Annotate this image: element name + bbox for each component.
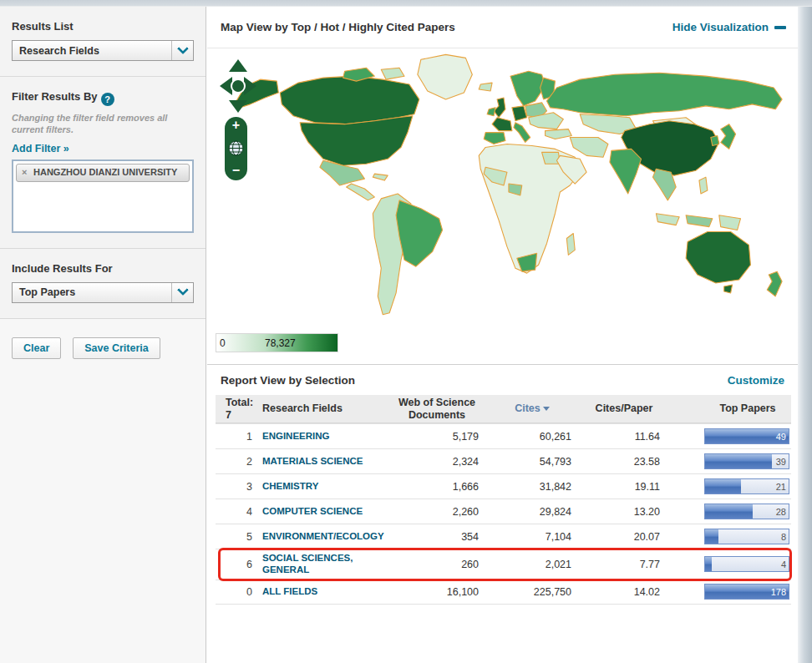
zoom-in-icon[interactable]: + — [232, 119, 240, 131]
wos-documents-value: 16,100 — [388, 586, 486, 598]
country-iceland[interactable] — [479, 83, 492, 91]
legend-min-value: 0 — [220, 337, 226, 349]
country-ireland[interactable] — [487, 108, 495, 116]
research-field-link[interactable]: ALL FIELDS — [262, 586, 388, 598]
research-field-link[interactable]: ENVIRONMENT/ECOLOGY — [262, 531, 388, 543]
active-filters-box[interactable]: × HANGZHOU DIANZI UNIVERSITY — [12, 159, 194, 233]
remove-filter-icon[interactable]: × — [22, 167, 27, 178]
table-row[interactable]: 4 COMPUTER SCIENCE 2,260 29,824 13.20 28 — [216, 499, 791, 524]
country-australia[interactable] — [686, 232, 750, 283]
country-indonesia-east[interactable] — [686, 215, 713, 227]
help-icon[interactable]: ? — [101, 93, 114, 106]
column-header-top-papers[interactable]: Top Papers — [704, 402, 791, 415]
vertical-scrollbar[interactable] — [798, 7, 812, 663]
scandinavia[interactable] — [510, 71, 546, 106]
top-papers-bar[interactable]: 21 — [704, 478, 789, 494]
top-papers-bar[interactable]: 178 — [704, 584, 789, 600]
country-korea[interactable] — [711, 136, 719, 146]
country-indonesia[interactable] — [656, 214, 679, 225]
top-papers-bar-cell: 28 — [704, 504, 791, 519]
country-spain[interactable] — [484, 133, 505, 144]
choropleth-world-map[interactable] — [212, 50, 792, 327]
country-turkey[interactable] — [546, 129, 572, 139]
top-papers-bar-cell: 4 — [704, 556, 791, 572]
map-view-header: Map View by Top / Hot / Highly Cited Pap… — [207, 7, 798, 48]
dropdown-button[interactable] — [171, 283, 193, 302]
wos-documents-value: 354 — [388, 531, 486, 543]
country-new-zealand[interactable] — [767, 271, 782, 296]
wos-documents-value: 2,324 — [388, 456, 486, 468]
country-brazil[interactable] — [396, 200, 443, 266]
top-papers-bar-cell: 8 — [704, 529, 791, 544]
research-field-link[interactable]: ENGINEERING — [262, 431, 388, 443]
top-papers-bar[interactable]: 49 — [704, 428, 789, 444]
country-germany[interactable] — [512, 106, 527, 121]
results-list-dropdown[interactable]: Research Fields — [12, 40, 194, 61]
cites-per-paper-value: 11.64 — [578, 431, 670, 443]
zoom-out-icon[interactable]: − — [232, 164, 240, 176]
new-guinea[interactable] — [719, 215, 741, 230]
research-field-link[interactable]: SOCIAL SCIENCES, GENERAL — [262, 553, 388, 576]
map-view-title: Map View by Top / Hot / Highly Cited Pap… — [221, 21, 455, 33]
country-italy[interactable] — [514, 123, 530, 143]
customize-link[interactable]: Customize — [728, 374, 784, 387]
research-field-link[interactable]: MATERIALS SCIENCE — [262, 456, 388, 468]
middle-east[interactable] — [570, 138, 608, 158]
column-header-cites-per-paper[interactable]: Cites/Paper — [578, 402, 670, 415]
country-cuba[interactable] — [373, 174, 388, 180]
table-row[interactable]: 3 CHEMISTRY 1,666 31,842 19.11 21 — [216, 473, 791, 499]
country-japan[interactable] — [721, 124, 736, 149]
save-criteria-button[interactable]: Save Criteria — [73, 337, 160, 359]
cites-value: 60,261 — [486, 431, 578, 443]
table-row[interactable]: 6 SOCIAL SCIENCES, GENERAL 260 2,021 7.7… — [216, 549, 791, 579]
total-label: Total: — [226, 397, 262, 409]
country-russia[interactable] — [547, 73, 783, 116]
column-header-research-fields[interactable]: Research Fields — [262, 402, 388, 415]
country-tasmania[interactable] — [724, 285, 733, 293]
add-filter-link[interactable]: Add Filter » — [12, 143, 69, 154]
cites-value: 225,750 — [486, 586, 578, 598]
map-zoom-control[interactable]: + − — [225, 117, 247, 180]
top-papers-value: 39 — [776, 457, 786, 467]
top-papers-bar[interactable]: 28 — [704, 504, 789, 519]
clear-button[interactable]: Clear — [12, 337, 61, 359]
country-philippines[interactable] — [699, 177, 708, 194]
country-france[interactable] — [492, 118, 512, 131]
filter-note: Changing the filter field removes all cu… — [12, 113, 194, 136]
results-list-section: Results List Research Fields — [0, 7, 206, 77]
dropdown-button[interactable] — [171, 41, 193, 60]
country-greenland[interactable] — [418, 54, 472, 99]
top-papers-bar[interactable]: 4 — [704, 556, 789, 572]
hide-visualization-label: Hide Visualization — [672, 21, 769, 33]
country-usa[interactable] — [300, 116, 413, 165]
results-list-title: Results List — [12, 20, 194, 33]
map-pan-control[interactable] — [219, 58, 257, 114]
central-america[interactable] — [347, 184, 375, 200]
include-results-title: Include Results For — [12, 262, 194, 275]
arctic-island[interactable] — [381, 68, 404, 79]
filter-tag[interactable]: × HANGZHOU DIANZI UNIVERSITY — [16, 164, 190, 182]
country-madagascar[interactable] — [566, 234, 575, 256]
table-row[interactable]: 0 ALL FIELDS 16,100 225,750 14.02 178 — [216, 579, 791, 605]
cites-value: 31,842 — [486, 481, 578, 493]
hide-visualization-link[interactable]: Hide Visualization — [672, 21, 786, 33]
column-header-wos-documents[interactable]: Web of Science Documents — [388, 397, 486, 422]
top-papers-bar[interactable]: 39 — [704, 453, 789, 469]
research-field-link[interactable]: CHEMISTRY — [262, 481, 388, 493]
country-india[interactable] — [610, 149, 642, 194]
column-header-cites-sorted[interactable]: Cites — [486, 402, 578, 415]
world-map-visualization[interactable]: + − 0 78,327 — [207, 48, 798, 364]
table-row[interactable]: 2 MATERIALS SCIENCE 2,324 54,793 23.58 3… — [216, 448, 791, 473]
top-papers-bar-cell: 21 — [704, 478, 791, 494]
country-canada[interactable] — [280, 76, 419, 124]
table-row[interactable]: 5 ENVIRONMENT/ECOLOGY 354 7,104 20.07 8 — [216, 524, 791, 549]
total-count-header: Total: 7 — [216, 397, 262, 422]
main-panel: Map View by Top / Hot / Highly Cited Pap… — [207, 7, 798, 663]
include-results-dropdown-value: Top Papers — [13, 286, 171, 298]
wos-documents-value: 260 — [388, 559, 486, 570]
globe-icon[interactable] — [228, 140, 244, 156]
table-row[interactable]: 1 ENGINEERING 5,179 60,261 11.64 49 — [216, 423, 791, 448]
top-papers-bar[interactable]: 8 — [704, 529, 789, 544]
research-field-link[interactable]: COMPUTER SCIENCE — [262, 506, 388, 518]
include-results-dropdown[interactable]: Top Papers — [12, 282, 194, 303]
